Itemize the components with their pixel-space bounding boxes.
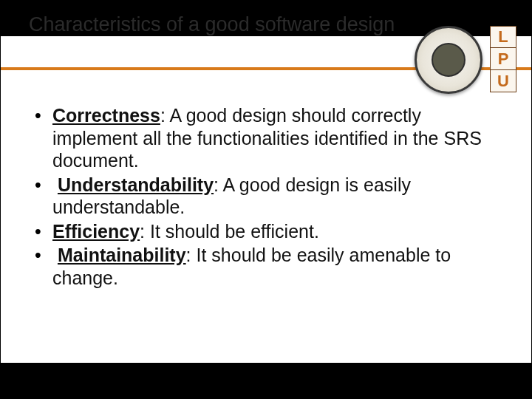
- slide: Characteristics of a good software desig…: [0, 0, 532, 399]
- lpu-letter-p: P: [490, 48, 516, 70]
- list-item: Understandability: A good design is easi…: [30, 174, 494, 219]
- content-area: Correctness: A good design should correc…: [30, 104, 494, 290]
- seal-center-icon: [432, 43, 466, 77]
- bullet-text: : It should be efficient.: [140, 221, 319, 242]
- bullet-term: Maintainability: [58, 245, 186, 265]
- university-seal-icon: [415, 26, 482, 94]
- lpu-letter-l: L: [490, 26, 516, 48]
- list-item: Maintainability: It should be easily ame…: [30, 244, 494, 289]
- lpu-badge: L P U: [490, 26, 516, 92]
- bullet-term: Efficiency: [52, 221, 140, 242]
- list-item: Correctness: A good design should correc…: [30, 104, 494, 172]
- bottom-black-bar: [1, 363, 531, 398]
- bullet-term: Correctness: [52, 105, 160, 126]
- bullet-list: Correctness: A good design should correc…: [30, 104, 494, 289]
- bullet-term: Understandability: [58, 174, 214, 195]
- lpu-letter-u: U: [490, 70, 516, 92]
- list-item: Efficiency: It should be efficient.: [30, 220, 494, 243]
- slide-title: Characteristics of a good software desig…: [29, 13, 395, 36]
